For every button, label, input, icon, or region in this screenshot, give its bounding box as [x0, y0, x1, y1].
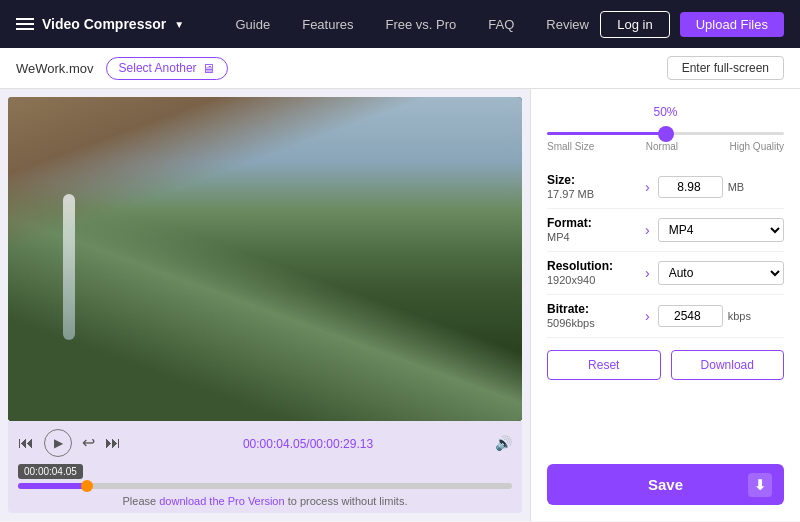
controls-top: ⏮ ▶ ↩ ⏭ 00:00:04.05/00:00:29.13 🔊 [18, 429, 512, 457]
login-button[interactable]: Log in [600, 11, 669, 38]
format-input-group: MP4 MOV AVI MKV WebM [658, 218, 784, 242]
format-label: Format: [547, 216, 637, 230]
resolution-label: Resolution: [547, 259, 637, 273]
size-unit: MB [728, 181, 745, 193]
size-row: Size: 17.97 MB › MB [547, 166, 784, 209]
total-time: 00:00:29.13 [310, 437, 373, 451]
size-chevron-icon: › [645, 179, 650, 195]
quality-section: 50% Small Size Normal High Quality [547, 105, 784, 152]
quality-value-label: 50% [547, 105, 784, 119]
bitrate-chevron-icon: › [645, 308, 650, 324]
save-icon: ⬇ [748, 473, 772, 497]
video-controls: ⏮ ▶ ↩ ⏭ 00:00:04.05/00:00:29.13 🔊 00:00:… [8, 421, 522, 513]
resolution-chevron-icon: › [645, 265, 650, 281]
fullscreen-button[interactable]: Enter full-screen [667, 56, 784, 80]
size-label-group: Size: 17.97 MB [547, 173, 637, 201]
bitrate-input[interactable] [658, 305, 723, 327]
brand-name: Video Compressor [42, 16, 166, 32]
settings-panel: 50% Small Size Normal High Quality Size:… [530, 89, 800, 521]
resolution-original: 1920x940 [547, 274, 595, 286]
upload-button[interactable]: Upload Files [680, 12, 784, 37]
resolution-input-group: Auto 1920x1080 1280x720 854x480 [658, 261, 784, 285]
save-section: Save ⬇ [547, 452, 784, 505]
hamburger-icon[interactable] [16, 18, 34, 30]
format-chevron-icon: › [645, 222, 650, 238]
control-buttons: ⏮ ▶ ↩ ⏭ [18, 429, 121, 457]
action-buttons: Reset Download [547, 350, 784, 380]
rewind-button[interactable]: ⏮ [18, 435, 34, 451]
pro-link[interactable]: download the Pro Version [159, 495, 284, 507]
navbar: Video Compressor ▼ Guide Features Free v… [0, 0, 800, 48]
bitrate-input-group: kbps [658, 305, 784, 327]
format-label-group: Format: MP4 [547, 216, 637, 244]
skip-button[interactable]: ⏭ [105, 435, 121, 451]
loop-button[interactable]: ↩ [82, 435, 95, 451]
brand-dropdown-icon[interactable]: ▼ [174, 19, 184, 30]
size-input[interactable] [658, 176, 723, 198]
bitrate-row: Bitrate: 5096kbps › kbps [547, 295, 784, 338]
resolution-label-group: Resolution: 1920x940 [547, 259, 637, 287]
toolbar: WeWork.mov Select Another 🖥 Enter full-s… [0, 48, 800, 89]
toolbar-left: WeWork.mov Select Another 🖥 [16, 57, 228, 80]
nav-features[interactable]: Features [302, 17, 353, 32]
quality-labels: Small Size Normal High Quality [547, 141, 784, 152]
size-label: Size: [547, 173, 637, 187]
main-content: ⏮ ▶ ↩ ⏭ 00:00:04.05/00:00:29.13 🔊 00:00:… [0, 89, 800, 521]
quality-high: High Quality [730, 141, 784, 152]
waterfall-decoration [63, 194, 75, 340]
save-label: Save [648, 476, 683, 493]
nav-links: Guide Features Free vs. Pro FAQ Review [224, 17, 600, 32]
time-display: 00:00:04.05/00:00:29.13 [243, 436, 373, 451]
format-row: Format: MP4 › MP4 MOV AVI MKV WebM [547, 209, 784, 252]
resolution-select[interactable]: Auto 1920x1080 1280x720 854x480 [658, 261, 784, 285]
save-button[interactable]: Save ⬇ [547, 464, 784, 505]
bitrate-label: Bitrate: [547, 302, 637, 316]
format-select[interactable]: MP4 MOV AVI MKV WebM [658, 218, 784, 242]
size-input-group: MB [658, 176, 784, 198]
bitrate-label-group: Bitrate: 5096kbps [547, 302, 637, 330]
quality-small: Small Size [547, 141, 594, 152]
progress-container[interactable] [18, 483, 512, 489]
current-time: 00:00:04.05 [243, 437, 306, 451]
progress-fill [18, 483, 87, 489]
time-badge: 00:00:04.05 [18, 464, 83, 479]
nav-guide[interactable]: Guide [236, 17, 271, 32]
progress-track[interactable] [18, 483, 512, 489]
video-container [8, 97, 522, 421]
format-original: MP4 [547, 231, 570, 243]
filename-label: WeWork.mov [16, 61, 94, 76]
size-original: 17.97 MB [547, 188, 594, 200]
volume-icon[interactable]: 🔊 [495, 435, 512, 451]
progress-thumb [81, 480, 93, 492]
video-panel: ⏮ ▶ ↩ ⏭ 00:00:04.05/00:00:29.13 🔊 00:00:… [0, 89, 530, 521]
resolution-row: Resolution: 1920x940 › Auto 1920x1080 12… [547, 252, 784, 295]
quality-slider[interactable] [547, 132, 784, 135]
monitor-icon: 🖥 [202, 61, 215, 76]
play-button[interactable]: ▶ [44, 429, 72, 457]
video-art [8, 97, 522, 421]
quality-normal: Normal [646, 141, 678, 152]
reset-button[interactable]: Reset [547, 350, 661, 380]
brand: Video Compressor ▼ [16, 16, 184, 32]
select-another-button[interactable]: Select Another 🖥 [106, 57, 228, 80]
bitrate-unit: kbps [728, 310, 751, 322]
pro-notice: Please download the Pro Version to proce… [18, 495, 512, 507]
download-button[interactable]: Download [671, 350, 785, 380]
nav-actions: Log in Upload Files [600, 11, 784, 38]
nav-review[interactable]: Review [546, 17, 589, 32]
nav-free-vs-pro[interactable]: Free vs. Pro [386, 17, 457, 32]
nav-faq[interactable]: FAQ [488, 17, 514, 32]
select-another-label: Select Another [119, 61, 197, 75]
bitrate-original: 5096kbps [547, 317, 595, 329]
